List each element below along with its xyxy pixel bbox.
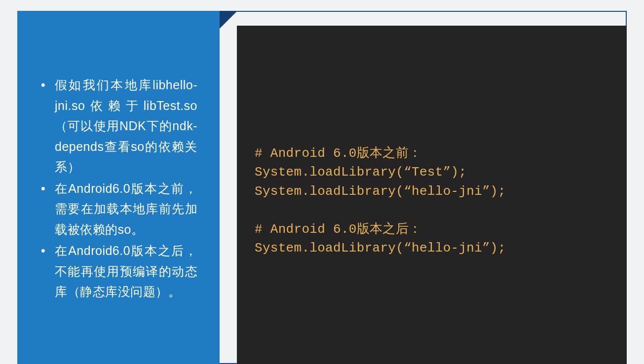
bullet-list: 假如我们本地库libhello-jni.so依赖于libTest.so（可以使用… (41, 75, 197, 302)
code-block: # Android 6.0版本之前： System.loadLibrary(“T… (255, 144, 612, 258)
list-item: 在Android6.0版本之后，不能再使用预编译的动态库（静态库没问题）。 (41, 241, 197, 302)
left-panel: 假如我们本地库libhello-jni.so依赖于libTest.so（可以使用… (17, 11, 220, 364)
list-item: 在Android6.0版本之前，需要在加载本地库前先加载被依赖的so。 (41, 179, 197, 240)
code-panel: # Android 6.0版本之前： System.loadLibrary(“T… (237, 26, 627, 364)
corner-notch-icon (220, 11, 237, 29)
list-item: 假如我们本地库libhello-jni.so依赖于libTest.so（可以使用… (41, 75, 197, 178)
